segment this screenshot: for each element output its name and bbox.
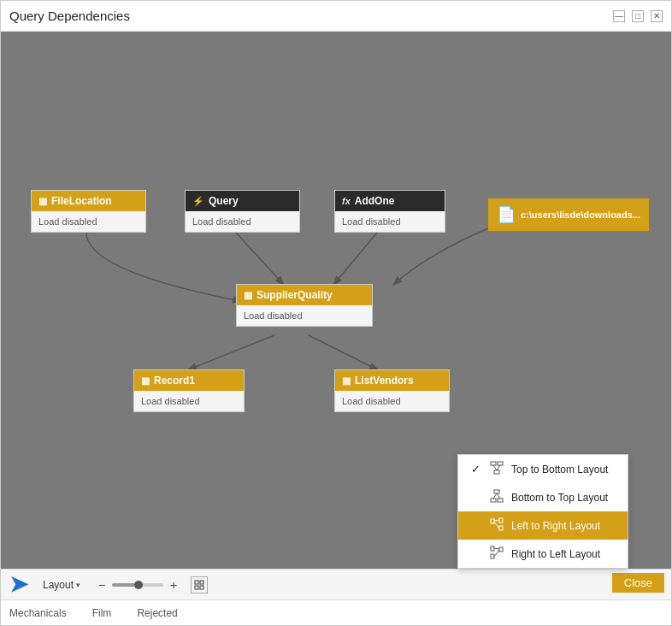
file-path-label: c:\users\lisde\downloads... [521,210,640,220]
fit-button[interactable] [191,576,208,594]
table-icon-r1: ▦ [141,375,150,387]
layout-dropdown: ✓ Top to Bottom Layout Bottom to Top Lay… [457,454,628,569]
main-window: Query Dependencies — □ ✕ [0,0,672,626]
node-file-location-label: FileLocation [51,195,112,207]
layout-button[interactable]: Layout ▾ [38,577,85,593]
table-icon-lv: ▦ [342,375,351,387]
svg-line-23 [494,550,499,557]
svg-line-13 [497,493,500,499]
svg-line-12 [493,493,497,499]
query-icon: ⚡ [192,196,204,207]
layout-top-to-bottom[interactable]: ✓ Top to Bottom Layout [458,455,628,483]
node-query-label: Query [209,195,239,207]
layout-bottom-to-top[interactable]: Bottom to Top Layout [458,483,628,511]
zoom-slider[interactable] [112,583,163,587]
node-supplier-quality-body: Load disabled [237,305,372,326]
window-controls: — □ ✕ [613,10,663,22]
bottom-toolbar: ➤ Layout ▾ − + Close [1,569,671,599]
minimize-button[interactable]: — [613,10,625,22]
svg-rect-3 [200,586,203,589]
layout-right-to-left-label: Right to Left Layout [511,548,600,560]
svg-line-18 [494,522,499,529]
svg-rect-1 [200,581,203,584]
zoom-plus-button[interactable]: + [167,578,180,592]
svg-rect-4 [491,462,496,465]
node-file-location-body: Load disabled [32,211,145,232]
zoom-slider-fill [112,583,135,587]
bottom-tabs: Mechanicals Film Rejected [1,599,671,625]
node-query[interactable]: ⚡ Query Load disabled [185,190,300,233]
node-add-one-body: Load disabled [335,211,445,232]
node-file-path[interactable]: 📄 c:\users\lisde\downloads... [488,198,649,231]
zoom-slider-thumb [134,581,143,589]
svg-line-8 [497,465,500,470]
node-record1-body: Load disabled [134,391,244,411]
file-icon: 📄 [497,205,516,224]
check-icon: ✓ [469,463,482,475]
node-record1[interactable]: ▦ Record1 Load disabled [133,369,245,412]
arrow-indicator: ➤ [9,571,28,598]
fit-icon [194,580,204,590]
node-file-location-header: ▦ FileLocation [32,191,145,211]
node-record1-header: ▦ Record1 [134,370,244,391]
layout-bottom-to-top-label: Bottom to Top Layout [511,492,608,504]
svg-rect-2 [195,586,198,589]
node-query-body: Load disabled [186,211,299,232]
svg-rect-5 [498,462,503,465]
node-record1-label: Record1 [154,375,195,387]
svg-rect-20 [491,546,494,551]
node-supplier-quality[interactable]: ▦ SupplierQuality Load disabled [236,284,373,327]
chevron-down-icon: ▾ [76,581,80,589]
svg-rect-6 [494,470,499,474]
svg-rect-10 [498,499,503,502]
window-title: Query Dependencies [9,9,130,23]
tab-rejected[interactable]: Rejected [137,607,177,619]
zoom-minus-button[interactable]: − [95,578,109,592]
node-list-vendors-label: ListVendors [355,375,414,387]
svg-line-22 [494,548,499,549]
node-add-one-header: fx AddOne [335,191,445,211]
svg-rect-16 [499,526,503,530]
svg-rect-0 [195,581,198,584]
node-list-vendors[interactable]: ▦ ListVendors Load disabled [334,369,450,412]
table-icon: ▦ [38,196,47,207]
svg-rect-11 [494,490,499,493]
node-supplier-quality-label: SupplierQuality [256,289,333,301]
node-add-one-label: AddOne [355,195,395,207]
close-button[interactable]: Close [612,573,664,593]
layout-label: Layout [43,579,74,591]
node-query-header: ⚡ Query [186,191,299,211]
layout-icon-rtl [489,546,504,562]
svg-rect-19 [499,547,503,552]
close-button[interactable]: ✕ [651,10,663,22]
maximize-button[interactable]: □ [632,10,644,22]
zoom-controls: − + [95,578,180,592]
table-icon-sq: ▦ [244,290,252,301]
svg-rect-15 [499,518,503,523]
layout-icon-ltr [489,517,504,534]
layout-icon-ttb [489,461,504,477]
layout-top-to-bottom-label: Top to Bottom Layout [511,464,608,475]
node-list-vendors-header: ▦ ListVendors [335,370,449,391]
svg-rect-14 [491,519,494,523]
node-supplier-quality-header: ▦ SupplierQuality [237,285,372,305]
node-list-vendors-body: Load disabled [335,391,449,411]
svg-rect-21 [491,554,494,558]
svg-rect-9 [491,499,496,502]
node-add-one[interactable]: fx AddOne Load disabled [334,190,445,233]
layout-left-to-right-label: Left to Right Layout [511,520,600,532]
tab-mechanicals[interactable]: Mechanicals [9,607,67,619]
node-file-location[interactable]: ▦ FileLocation Load disabled [31,190,146,233]
svg-line-7 [493,465,497,470]
layout-right-to-left[interactable]: Right to Left Layout [458,540,628,568]
title-bar: Query Dependencies — □ ✕ [1,1,671,32]
layout-left-to-right[interactable]: Left to Right Layout [458,511,628,540]
fx-icon: fx [342,196,351,206]
layout-icon-btt [489,489,504,505]
tab-film[interactable]: Film [92,607,112,619]
svg-line-17 [494,520,499,521]
